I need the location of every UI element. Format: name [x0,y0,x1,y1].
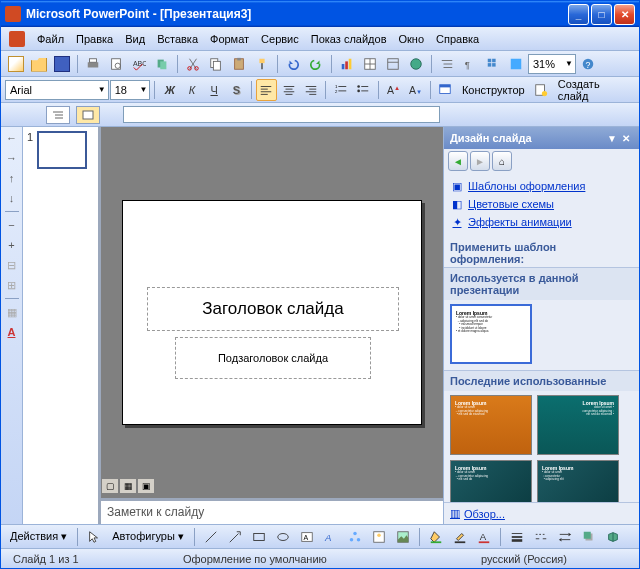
menu-view[interactable]: Вид [119,30,151,48]
decrease-font-button[interactable]: A▼ [405,79,426,101]
nav-forward-button[interactable]: ► [470,151,490,171]
align-center-button[interactable] [278,79,299,101]
menu-file[interactable]: Файл [31,30,70,48]
menu-insert[interactable]: Вставка [151,30,204,48]
slide-canvas[interactable]: Заголовок слайда Подзаголовок слайда [122,200,422,425]
thumbnail-pane[interactable]: 1 [23,127,101,524]
thumbnail-item[interactable]: 1 [27,131,94,169]
3d-style-button[interactable] [602,526,624,548]
link-animation[interactable]: ✦Эффекты анимации [450,213,633,231]
zoom-combo[interactable]: 31%▼ [528,54,576,74]
copy-button[interactable] [205,53,227,75]
numbering-button[interactable]: 12 [330,79,351,101]
help-button[interactable]: ? [577,53,599,75]
nav-home-button[interactable]: ⌂ [492,151,512,171]
slideshow-view-button[interactable]: ▣ [137,478,155,494]
arrow-button[interactable] [224,526,246,548]
wordart-button[interactable]: A [320,526,342,548]
align-right-button[interactable] [300,79,321,101]
designer-icon-button[interactable] [435,79,456,101]
actions-menu[interactable]: Действия ▾ [5,528,72,545]
show-formatting-button[interactable]: A [3,323,21,341]
menu-tools[interactable]: Сервис [255,30,305,48]
horizontal-ruler[interactable] [123,106,440,123]
template-item[interactable]: Lorem Ipsumdolor sit amet •consectetur a… [537,395,619,455]
line-color-button[interactable] [449,526,471,548]
expand-all-button[interactable] [436,53,458,75]
slides-tab[interactable] [76,106,100,124]
slide-thumbnail[interactable] [37,131,87,169]
align-left-button[interactable] [256,79,277,101]
show-grid-button[interactable] [482,53,504,75]
maximize-button[interactable]: □ [591,4,612,25]
diagram-button[interactable] [344,526,366,548]
redo-button[interactable] [305,53,327,75]
increase-font-button[interactable]: A▲ [383,79,404,101]
format-painter-button[interactable] [251,53,273,75]
designer-button[interactable]: Конструктор [457,82,530,98]
bold-button[interactable]: Ж [159,79,180,101]
move-down-button[interactable]: ↓ [3,189,21,207]
picture-button[interactable] [392,526,414,548]
menu-edit[interactable]: Правка [70,30,119,48]
rectangle-button[interactable] [248,526,270,548]
template-default[interactable]: Lorem Ipsum • dolor sit amet consectetur… [450,304,532,364]
task-pane-menu-button[interactable]: ▼ [605,131,619,145]
dash-style-button[interactable] [530,526,552,548]
undo-button[interactable] [282,53,304,75]
autoshapes-menu[interactable]: Автофигуры ▾ [107,528,189,545]
color-button[interactable] [505,53,527,75]
menu-window[interactable]: Окно [393,30,431,48]
browse-link[interactable]: ▥ Обзор... [444,502,639,524]
open-button[interactable] [28,53,50,75]
summary-slide-button[interactable]: ▦ [3,303,21,321]
cut-button[interactable] [182,53,204,75]
notes-pane[interactable]: Заметки к слайду [101,498,443,524]
slide-title-placeholder[interactable]: Заголовок слайда [147,287,399,331]
move-up-button[interactable]: ↑ [3,169,21,187]
research-button[interactable] [151,53,173,75]
italic-button[interactable]: К [181,79,202,101]
font-size-combo[interactable]: 18▼ [110,80,151,100]
outline-tab[interactable] [46,106,70,124]
collapse-button[interactable]: − [3,216,21,234]
menu-slideshow[interactable]: Показ слайдов [305,30,393,48]
demote-button[interactable]: → [3,149,21,167]
new-slide-button[interactable]: Создать слайд [553,76,635,104]
select-objects-button[interactable] [83,526,105,548]
print-button[interactable] [82,53,104,75]
bullets-button[interactable] [352,79,373,101]
slide-subtitle-placeholder[interactable]: Подзаголовок слайда [175,337,371,379]
expand-all-button[interactable]: ⊞ [3,276,21,294]
tables-borders-button[interactable] [382,53,404,75]
menu-help[interactable]: Справка [430,30,485,48]
line-button[interactable] [200,526,222,548]
spelling-button[interactable]: ABC [128,53,150,75]
insert-chart-button[interactable] [336,53,358,75]
expand-button[interactable]: + [3,236,21,254]
task-pane-close-button[interactable]: ✕ [619,131,633,145]
clipart-button[interactable] [368,526,390,548]
template-item[interactable]: Lorem Ipsum• dolor sit amet ◦ consectetu… [537,460,619,502]
sorter-view-button[interactable]: ▦ [119,478,137,494]
shadow-button[interactable]: S [226,79,247,101]
insert-hyperlink-button[interactable] [405,53,427,75]
show-formatting-button[interactable]: ¶ [459,53,481,75]
minimize-button[interactable]: _ [568,4,589,25]
save-button[interactable] [51,53,73,75]
promote-button[interactable]: ← [3,129,21,147]
menu-format[interactable]: Формат [204,30,255,48]
collapse-all-button[interactable]: ⊟ [3,256,21,274]
print-preview-button[interactable] [105,53,127,75]
font-name-combo[interactable]: Arial▼ [5,80,109,100]
template-item[interactable]: Lorem Ipsum• dolor sit amet – consectetu… [450,460,532,502]
template-item[interactable]: Lorem Ipsum• dolor sit amet – consectetu… [450,395,532,455]
shadow-style-button[interactable] [578,526,600,548]
underline-button[interactable]: Ч [204,79,225,101]
paste-button[interactable] [228,53,250,75]
new-slide-icon-button[interactable] [531,79,552,101]
fill-color-button[interactable] [425,526,447,548]
textbox-button[interactable]: A [296,526,318,548]
link-templates[interactable]: ▣Шаблоны оформления [450,177,633,195]
oval-button[interactable] [272,526,294,548]
